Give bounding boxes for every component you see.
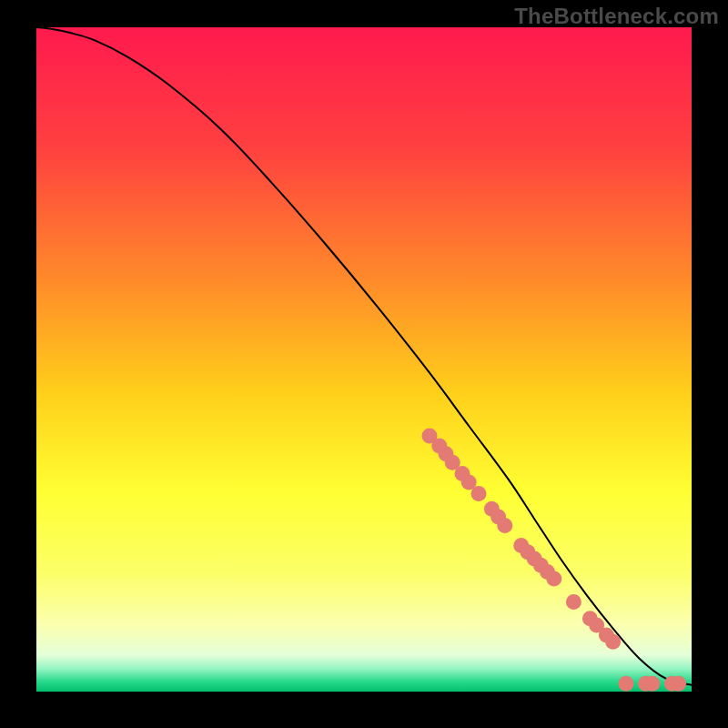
data-marker (619, 676, 634, 692)
plot-area (36, 27, 692, 692)
data-marker (566, 594, 581, 610)
watermark-text: TheBottleneck.com (514, 4, 719, 29)
data-marker (471, 486, 487, 501)
chart-svg (36, 27, 692, 692)
data-marker (671, 676, 686, 692)
data-marker (497, 518, 512, 533)
data-marker (605, 634, 621, 650)
gradient-background (36, 27, 692, 692)
data-marker (644, 676, 660, 692)
data-marker (546, 571, 561, 586)
chart-frame: TheBottleneck.com (0, 0, 728, 728)
